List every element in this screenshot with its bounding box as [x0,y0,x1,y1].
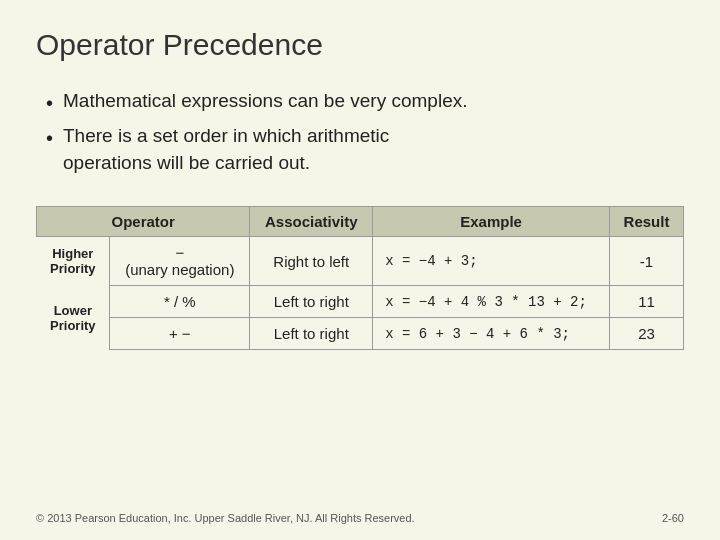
example-cell-2: x = −4 + 4 % 3 * 13 + 2; [373,286,610,318]
bullet-item-1: • Mathematical expressions can be very c… [46,88,684,117]
bullet-dot-2: • [46,124,53,152]
page-title: Operator Precedence [36,28,684,68]
result-cell-1: -1 [609,237,683,286]
slide: Operator Precedence • Mathematical expre… [0,0,720,540]
copyright-text: © 2013 Pearson Education, Inc. Upper Sad… [36,512,415,524]
slide-number: 2-60 [662,512,684,524]
bullet-item-2: • There is a set order in which arithmet… [46,123,684,176]
header-associativity: Associativity [250,207,373,237]
bullet-text-1: Mathematical expressions can be very com… [63,88,467,115]
bullet-text-2: There is a set order in which arithmetic… [63,123,389,176]
operator-cell-2: * / % [110,286,250,318]
header-example: Example [373,207,610,237]
operator-table: Operator Associativity Example Result Hi… [36,206,684,350]
table-row: + − Left to right x = 6 + 3 − 4 + 6 * 3;… [37,318,684,350]
footer: © 2013 Pearson Education, Inc. Upper Sad… [36,500,684,524]
lower-priority-label: LowerPriority [37,286,110,350]
table-header-row: Operator Associativity Example Result [37,207,684,237]
assoc-cell-3: Left to right [250,318,373,350]
bullet-list: • Mathematical expressions can be very c… [36,88,684,182]
example-cell-3: x = 6 + 3 − 4 + 6 * 3; [373,318,610,350]
bullet-dot-1: • [46,89,53,117]
higher-priority-label: HigherPriority [37,237,110,286]
header-result: Result [609,207,683,237]
operator-cell-1: −(unary negation) [110,237,250,286]
result-cell-3: 23 [609,318,683,350]
assoc-cell-1: Right to left [250,237,373,286]
table-section: Operator Associativity Example Result Hi… [36,206,684,500]
example-cell-1: x = −4 + 3; [373,237,610,286]
header-operator: Operator [37,207,250,237]
assoc-cell-2: Left to right [250,286,373,318]
operator-cell-3: + − [110,318,250,350]
table-row: HigherPriority −(unary negation) Right t… [37,237,684,286]
result-cell-2: 11 [609,286,683,318]
table-row: LowerPriority * / % Left to right x = −4… [37,286,684,318]
